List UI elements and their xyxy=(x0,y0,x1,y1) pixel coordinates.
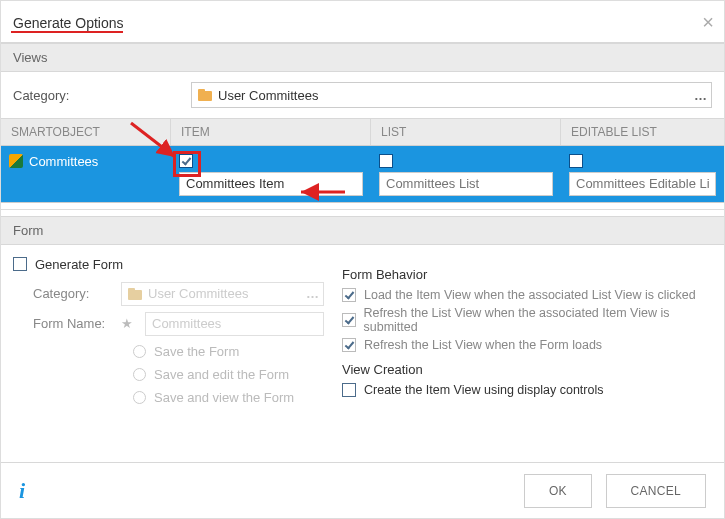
form-behavior-heading: Form Behavior xyxy=(342,267,712,282)
form-section: Generate Form Category: User Committees … xyxy=(1,245,724,421)
view-creation-heading: View Creation xyxy=(342,362,712,377)
cancel-button[interactable]: CANCEL xyxy=(606,474,706,508)
annotation-underline xyxy=(11,31,123,33)
form-name-label: Form Name: xyxy=(13,316,113,331)
behavior-opt3-label: Refresh the List View when the Form load… xyxy=(364,338,602,352)
generate-form-checkbox[interactable] xyxy=(13,257,27,271)
browse-ellipsis-icon[interactable]: … xyxy=(694,83,707,107)
folder-icon xyxy=(198,89,212,101)
required-asterisk-icon: ★ xyxy=(121,316,133,331)
category-picker[interactable]: User Committees … xyxy=(191,82,712,108)
col-header-editable-list: EDITABLE LIST xyxy=(561,119,724,145)
form-category-value: User Committees xyxy=(148,286,248,301)
list-checkbox[interactable] xyxy=(379,154,393,168)
views-section-header: Views xyxy=(1,43,724,72)
behavior-opt1-label: Load the Item View when the associated L… xyxy=(364,288,696,302)
category-label: Category: xyxy=(13,88,183,103)
save-edit-form-radio: Save and edit the Form xyxy=(133,367,324,382)
generate-form-label: Generate Form xyxy=(35,257,123,272)
list-name-input[interactable] xyxy=(379,172,553,196)
form-name-input: Committees xyxy=(145,312,324,336)
views-table-header: SMARTOBJECT ITEM LIST EDITABLE LIST xyxy=(1,118,724,146)
smartobject-name: Committees xyxy=(29,154,98,169)
close-icon[interactable]: × xyxy=(698,11,718,34)
col-header-list: LIST xyxy=(371,119,561,145)
behavior-opt3-checkbox xyxy=(342,338,356,352)
col-header-item: ITEM xyxy=(171,119,371,145)
form-section-header: Form xyxy=(1,216,724,245)
category-value: User Committees xyxy=(218,88,318,103)
dialog-title: Generate Options xyxy=(13,15,124,31)
behavior-opt2-label: Refresh the List View when the associate… xyxy=(364,306,713,334)
form-category-picker: User Committees … xyxy=(121,282,324,306)
save-view-form-radio: Save and view the Form xyxy=(133,390,324,405)
dialog-footer: i OK CANCEL xyxy=(1,462,724,518)
editable-list-name-input[interactable] xyxy=(569,172,716,196)
behavior-opt2-checkbox xyxy=(342,313,356,327)
folder-icon xyxy=(128,288,142,300)
behavior-opt1-checkbox xyxy=(342,288,356,302)
ok-button[interactable]: OK xyxy=(524,474,592,508)
radio-icon xyxy=(133,345,146,358)
form-category-label: Category: xyxy=(13,286,113,301)
table-row[interactable]: Committees xyxy=(1,146,724,203)
item-checkbox[interactable] xyxy=(179,154,193,168)
radio-icon xyxy=(133,368,146,381)
editable-list-checkbox[interactable] xyxy=(569,154,583,168)
generate-options-dialog: Generate Options × Views Category: User … xyxy=(0,0,725,519)
dialog-header: Generate Options × xyxy=(1,1,724,43)
create-item-view-label: Create the Item View using display contr… xyxy=(364,383,603,397)
item-name-input[interactable] xyxy=(179,172,363,196)
col-header-smartobject: SMARTOBJECT xyxy=(1,119,171,145)
info-icon[interactable]: i xyxy=(19,478,25,504)
browse-ellipsis-icon: … xyxy=(306,283,319,305)
smartobject-icon xyxy=(9,154,23,168)
views-category-row: Category: User Committees … xyxy=(1,72,724,118)
create-item-view-checkbox[interactable] xyxy=(342,383,356,397)
save-form-radio: Save the Form xyxy=(133,344,324,359)
radio-icon xyxy=(133,391,146,404)
